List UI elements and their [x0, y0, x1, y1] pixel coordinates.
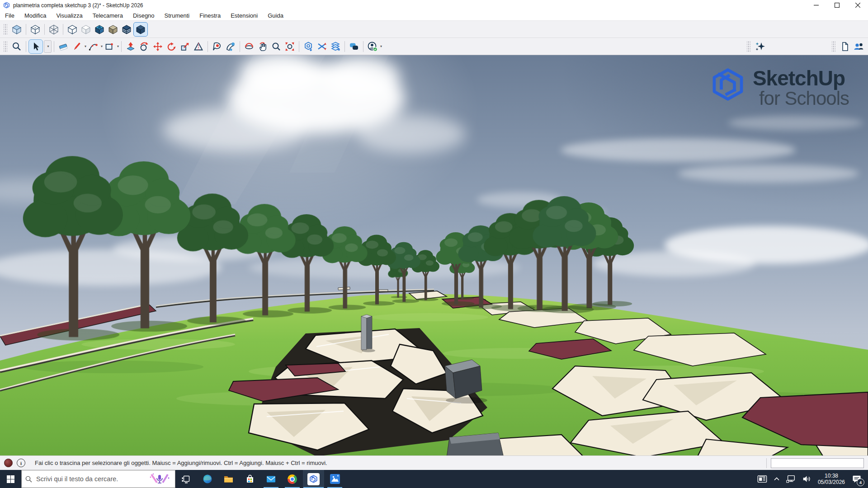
- toolbar-drag-handle[interactable]: [832, 41, 835, 52]
- separator: [344, 41, 345, 52]
- follow-me-tool-button[interactable]: [137, 40, 151, 53]
- view-textured-button[interactable]: [106, 23, 120, 36]
- status-hint: Fai clic o trascina per selezionare gli …: [35, 460, 327, 466]
- menu-disegno[interactable]: Disegno: [128, 12, 160, 19]
- title-bar: planimetria completa sketchup 3 (2)* - S…: [0, 0, 868, 10]
- view-monochrome-striped-button[interactable]: [120, 23, 133, 36]
- move-tool-button[interactable]: [151, 40, 165, 53]
- task-view-icon: [182, 475, 190, 483]
- tray-chevron-up-icon[interactable]: [773, 476, 780, 482]
- new-document-button[interactable]: [838, 40, 852, 53]
- maximize-button[interactable]: [826, 0, 847, 10]
- taskbar-app-photos[interactable]: [324, 470, 345, 488]
- taskbar-app-edge[interactable]: [197, 470, 218, 488]
- 3d-viewport[interactable]: SketchUp for Schools: [0, 55, 868, 455]
- status-bar: i Fai clic o trascina per selezionare gl…: [0, 455, 868, 470]
- rectangle-tool-button[interactable]: [103, 40, 116, 53]
- view-shaded-button[interactable]: [79, 23, 93, 36]
- scale-tool-button[interactable]: [178, 40, 192, 53]
- rotate-tool-button[interactable]: [165, 40, 178, 53]
- sketchup-window: planimetria completa sketchup 3 (2)* - S…: [0, 0, 868, 488]
- news-widgets-icon[interactable]: [757, 474, 767, 483]
- windows-taskbar: 10:38 05/03/2026 4: [0, 470, 868, 488]
- eraser-tool-button[interactable]: [57, 40, 70, 53]
- network-icon[interactable]: [786, 474, 796, 483]
- views-toolbar: [0, 20, 868, 38]
- start-button[interactable]: [0, 470, 21, 488]
- view-back-edges-button[interactable]: [28, 23, 42, 36]
- view-shaded-textures-button[interactable]: [93, 23, 106, 36]
- separator: [26, 24, 26, 35]
- view-monochrome-button[interactable]: [133, 22, 148, 37]
- taskbar-app-mail[interactable]: [260, 470, 282, 488]
- select-tool-dropdown[interactable]: ▾: [44, 40, 52, 53]
- taskbar-app-chrome[interactable]: [282, 470, 303, 488]
- menu-estensioni[interactable]: Estensioni: [226, 12, 263, 19]
- label-tool-button[interactable]: [210, 40, 224, 53]
- chat-icon-button[interactable]: [347, 40, 361, 53]
- view-hidden-line-button[interactable]: [66, 23, 79, 36]
- geolocation-icon[interactable]: [4, 459, 13, 467]
- toolbar-drag-handle[interactable]: [4, 41, 7, 52]
- close-button[interactable]: [847, 0, 868, 10]
- file-explorer-icon: [223, 474, 234, 484]
- task-view-button[interactable]: [175, 470, 197, 488]
- store-icon: [245, 474, 255, 484]
- minimize-button[interactable]: [806, 0, 826, 10]
- toolbar-drag-handle[interactable]: [4, 23, 7, 35]
- separator: [208, 41, 208, 52]
- paint-bucket-tool-button[interactable]: [224, 40, 237, 53]
- orbit-tool-button[interactable]: [242, 40, 256, 53]
- sketchup-app-icon: [3, 2, 10, 9]
- logo-brand-text: SketchUp: [753, 68, 845, 89]
- ai-sparkle-button[interactable]: [753, 40, 767, 53]
- clock-date: 05/03/2026: [818, 479, 845, 485]
- menu-finestra[interactable]: Finestra: [194, 12, 226, 19]
- tape-measure-tool-button[interactable]: [192, 40, 205, 53]
- zoom-extents-tool-button[interactable]: [283, 40, 297, 53]
- menu-visualizza[interactable]: Visualizza: [51, 12, 87, 19]
- measurements-input[interactable]: [771, 458, 864, 468]
- logo-sub-text: for Schools: [759, 89, 849, 108]
- volume-icon[interactable]: [802, 474, 812, 483]
- menu-modifica[interactable]: Modifica: [19, 12, 51, 19]
- separator: [363, 41, 363, 52]
- push-pull-tool-button[interactable]: [124, 40, 137, 53]
- tags-stack-button[interactable]: [329, 40, 342, 53]
- zoom-window-tool-button[interactable]: [269, 40, 283, 53]
- search-input[interactable]: [35, 475, 145, 483]
- view-xray-button[interactable]: [10, 23, 24, 36]
- account-dropdown[interactable]: ▾: [380, 44, 382, 48]
- menu-guida[interactable]: Guida: [263, 12, 288, 19]
- edge-icon: [203, 474, 212, 484]
- account-avatar-button[interactable]: [366, 40, 379, 53]
- taskbar-app-file-explorer[interactable]: [218, 470, 239, 488]
- sketchup-icon: [307, 473, 320, 485]
- menu-strumenti[interactable]: Strumenti: [160, 12, 195, 19]
- flip-tool-button[interactable]: [315, 40, 329, 53]
- taskbar-search-box[interactable]: [21, 470, 175, 488]
- pan-tool-button[interactable]: [256, 40, 269, 53]
- rectangle-tool-dropdown[interactable]: ▾: [117, 44, 119, 48]
- mail-icon: [266, 474, 276, 484]
- line-tool-button[interactable]: [70, 40, 84, 53]
- arc-tool-button[interactable]: [86, 40, 100, 53]
- taskbar-clock[interactable]: 10:38 05/03/2026: [818, 473, 845, 485]
- taskbar-app-store[interactable]: [239, 470, 260, 488]
- select-tool-button[interactable]: [28, 39, 43, 54]
- separator: [121, 41, 122, 52]
- view-wireframe-button[interactable]: [47, 23, 61, 36]
- zoom-tool-button[interactable]: [10, 40, 24, 53]
- separator: [299, 41, 299, 52]
- extension-settings-button[interactable]: [302, 40, 315, 53]
- menu-file[interactable]: File: [0, 12, 19, 19]
- info-icon[interactable]: i: [17, 459, 25, 467]
- toolbar-drag-handle[interactable]: [747, 41, 750, 52]
- notification-center-button[interactable]: 4: [851, 473, 863, 485]
- notification-badge: 4: [857, 479, 864, 486]
- windows-logo-icon: [7, 475, 14, 483]
- tools-toolbar: ▾ ▾ ▾ ▾: [0, 38, 868, 55]
- share-people-button[interactable]: [852, 40, 865, 53]
- taskbar-app-sketchup[interactable]: [303, 470, 324, 488]
- menu-telecamera[interactable]: Telecamera: [88, 12, 128, 19]
